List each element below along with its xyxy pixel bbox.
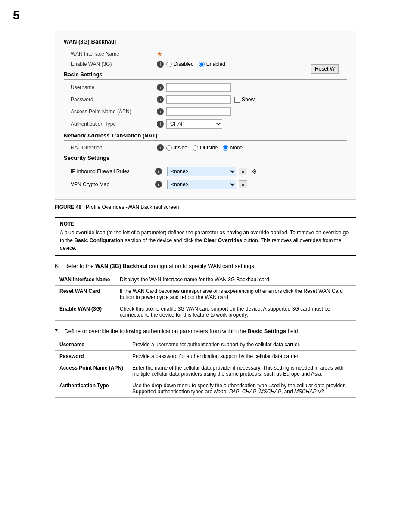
info-icon-enable-wan: i [157,61,164,68]
enabled-radio[interactable] [199,62,205,67]
password-row: Password i Show [64,95,347,104]
step7-bold: Basic Settings [247,328,286,334]
note-bold1: Basic Configuration [74,237,123,243]
figure-caption: FIGURE 48 Profile Overrides -WAN Backhau… [55,204,356,210]
apn-label: Access Point Name (APN) [71,109,157,115]
definition-cell: Provide a password for authentication su… [128,351,356,362]
nat-direction-label: NAT Direction [71,145,157,151]
vpn-label: VPN Crypto Map [71,181,153,187]
term-cell: WAN Interface Name [55,274,115,286]
firewall-select[interactable]: <none> [167,167,236,176]
nat-title: Network Address Translation (NAT) [64,132,347,141]
definition-cell: Use the drop-down menu to specify the au… [128,380,356,398]
table-row: Access Point Name (APN)Enter the name of… [55,362,356,380]
nat-direction-row: NAT Direction i Inside Outside None [64,144,347,151]
enable-wan-row: Enable WAN (3G) i Disabled Enabled [64,61,347,68]
info-icon-firewall: i [155,168,162,175]
info-icon-password: i [157,96,164,103]
table1: WAN Interface NameDisplays the WAN Inter… [55,274,356,321]
apn-row: Access Point Name (APN) i [64,107,347,116]
definition-cell: If the WAN Card becomes unresponsive or … [115,286,356,303]
show-password-label[interactable]: Show [234,96,255,103]
basic-settings-title: Basic Settings [64,71,347,80]
table-row: UsernameProvide a username for authentic… [55,339,356,351]
username-row: Username i [64,83,347,92]
show-password-checkbox[interactable] [234,97,240,103]
info-icon-username: i [157,84,164,91]
inside-radio[interactable] [166,145,172,151]
firewall-label: IP Inbound Firewall Rules [71,168,153,174]
step6-number: 6. [55,263,59,269]
figure-label: FIGURE 48 [55,204,81,210]
password-label: Password [71,96,157,103]
firewall-list-button[interactable]: ≡ [239,168,247,175]
step6-text: 6. Refer to the WAN (3G) Backhaul config… [55,263,356,269]
security-settings-title: Security Settings [64,155,347,163]
definition-cell: Check this box to enable 3G WAN card sup… [115,303,356,321]
screenshot-panel: Reset W WAN (3G) Backhaul WAN Interface … [55,31,356,200]
step6-bold: WAN (3G) Backhaul [95,263,147,269]
definition-cell: Displays the WAN Interface name for the … [115,274,356,286]
outside-radio-label[interactable]: Outside [193,145,218,151]
password-input[interactable] [166,95,231,104]
auth-type-row: Authentication Type i CHAP [64,119,347,129]
firewall-gear-button[interactable]: ⚙ [250,168,258,175]
table2: UsernameProvide a username for authentic… [55,339,356,398]
table-row: Enable WAN (3G)Check this box to enable … [55,303,356,321]
username-label: Username [71,84,157,90]
table-row: Authentication TypeUse the drop-down men… [55,380,356,398]
vpn-select[interactable]: <none> [167,180,236,189]
info-icon-apn: i [157,108,164,115]
info-icon-nat: i [157,144,164,151]
required-star-icon: ★ [157,50,162,57]
enable-wan-radio-group: Disabled Enabled [166,61,225,67]
info-icon-vpn: i [155,181,162,188]
term-cell: Username [55,339,128,351]
disabled-radio-label[interactable]: Disabled [166,61,194,67]
screenshot-inner: Reset W WAN (3G) Backhaul WAN Interface … [64,38,347,189]
term-cell: Authentication Type [55,380,128,398]
term-cell: Enable WAN (3G) [55,303,115,321]
table-row: WAN Interface NameDisplays the WAN Inter… [55,274,356,286]
term-cell: Access Point Name (APN) [55,362,128,380]
note-box: NOTE A blue override icon (to the left o… [55,217,356,256]
vpn-row: VPN Crypto Map i <none> ≡ [64,180,347,189]
definition-cell: Provide a username for authentication su… [128,339,356,351]
inside-radio-label[interactable]: Inside [166,145,187,151]
note-title: NOTE [60,221,351,227]
auth-type-select[interactable]: CHAP [166,119,222,129]
vpn-list-button[interactable]: ≡ [239,180,247,188]
step7-text: 7. Define or override the following auth… [55,328,356,334]
step7-number: 7. [55,328,59,334]
enabled-radio-label[interactable]: Enabled [199,61,225,67]
table-row: PasswordProvide a password for authentic… [55,351,356,362]
apn-input[interactable] [166,107,231,116]
wan-interface-label: WAN Interface Name [71,51,157,57]
nat-radio-group: Inside Outside None [166,145,243,151]
wan-interface-row: WAN Interface Name ★ [64,50,347,57]
auth-type-label: Authentication Type [71,121,157,127]
none-radio-label[interactable]: None [223,145,243,151]
term-cell: Password [55,351,128,362]
info-icon-auth: i [157,121,164,128]
table-row: Reset WAN CardIf the WAN Card becomes un… [55,286,356,303]
definition-cell: Enter the name of the cellular data prov… [128,362,356,380]
reset-wan-button[interactable]: Reset W [311,64,339,74]
wan-backhaul-title: WAN (3G) Backhaul [64,38,347,47]
enable-wan-label: Enable WAN (3G) [71,61,157,67]
none-radio[interactable] [223,145,228,151]
note-bold2: Clear Overrides [203,237,242,243]
disabled-radio[interactable] [166,62,172,67]
firewall-row: IP Inbound Firewall Rules i <none> ≡ ⚙ [64,167,347,176]
outside-radio[interactable] [193,145,198,151]
page-number: 5 [13,9,398,22]
term-cell: Reset WAN Card [55,286,115,303]
note-text: A blue override icon (to the left of a p… [60,229,351,252]
username-input[interactable] [166,83,231,92]
